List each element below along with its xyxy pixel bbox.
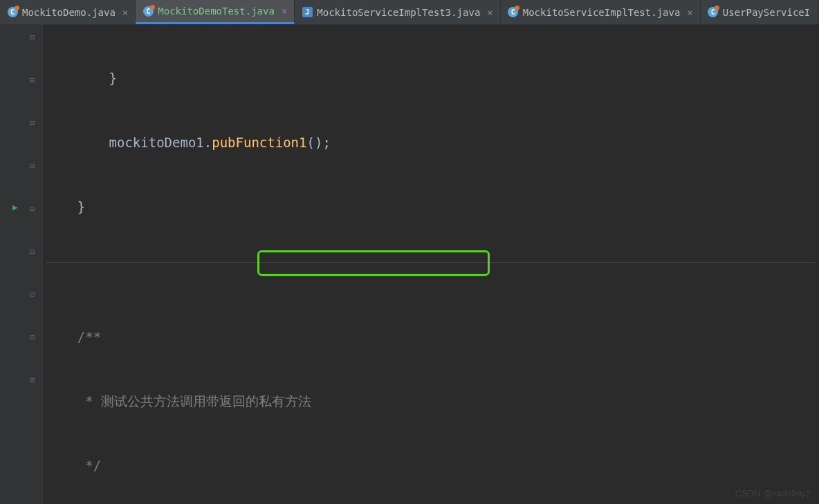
tab-userpayservice[interactable]: C UserPayServiceI <box>701 0 818 24</box>
class-icon: C <box>708 7 719 18</box>
fold-icon[interactable]: ⊟ <box>30 75 37 82</box>
tab-label: UserPayServiceI <box>723 7 810 18</box>
tab-label: MockitoDemoTest.java <box>158 6 275 17</box>
code-editor[interactable]: } mockitoDemo1.pubFunction1(); } /** * 测… <box>43 25 819 504</box>
class-icon: C <box>142 6 154 17</box>
class-icon: C <box>7 7 18 18</box>
code-line: } <box>46 68 816 89</box>
code-line: mockitoDemo1.pubFunction1(); <box>46 132 816 153</box>
code-line: */ <box>46 455 816 476</box>
editor-area: ⊟ ⊟ ⊟ ⊟ ▶⊟ ⊟ ⊟ ⊟ ⊟ } mockitoDemo1.pubFun… <box>0 25 819 504</box>
separator <box>46 262 816 283</box>
code-line: } <box>46 196 816 218</box>
fold-icon[interactable]: ⊟ <box>30 32 37 39</box>
fold-icon[interactable]: ⊟ <box>30 375 37 382</box>
class-icon: C <box>508 7 519 18</box>
fold-icon[interactable]: ⊟ <box>30 333 37 339</box>
tab-mockitodemo[interactable]: C MockitoDemo.java × <box>0 0 136 24</box>
close-icon[interactable]: × <box>487 7 493 18</box>
code-line: * 测试公共方法调用带返回的私有方法 <box>46 391 816 412</box>
close-icon[interactable]: × <box>282 6 287 17</box>
run-gutter-icon[interactable]: ▶ <box>12 202 18 212</box>
fold-icon[interactable]: ⊟ <box>30 161 37 168</box>
close-icon[interactable]: × <box>122 7 128 18</box>
fold-icon[interactable]: ⊟ <box>30 118 37 125</box>
tab-label: MockitoServiceImplTest3.java <box>317 7 480 18</box>
tab-mockitoserviceimpltest[interactable]: C MockitoServiceImplTest.java × <box>501 0 701 24</box>
java-icon: J <box>302 7 313 18</box>
tab-mockitoserviceimpltest3[interactable]: J MockitoServiceImplTest3.java × <box>295 0 500 24</box>
tab-label: MockitoServiceImplTest.java <box>523 7 681 18</box>
code-line: /** <box>46 326 816 348</box>
close-icon[interactable]: × <box>687 7 692 18</box>
fold-icon[interactable]: ⊟ <box>30 290 37 297</box>
fold-icon[interactable]: ⊟ <box>30 247 37 254</box>
tab-mockitodemotest[interactable]: C MockitoDemoTest.java × <box>136 0 295 24</box>
watermark: CSDN @mofsfely2 <box>735 488 811 498</box>
gutter: ⊟ ⊟ ⊟ ⊟ ▶⊟ ⊟ ⊟ ⊟ ⊟ <box>0 25 43 504</box>
editor-tabs-bar: C MockitoDemo.java × C MockitoDemoTest.j… <box>0 0 819 25</box>
fold-icon[interactable]: ⊟ <box>30 204 37 211</box>
tab-label: MockitoDemo.java <box>22 7 116 18</box>
